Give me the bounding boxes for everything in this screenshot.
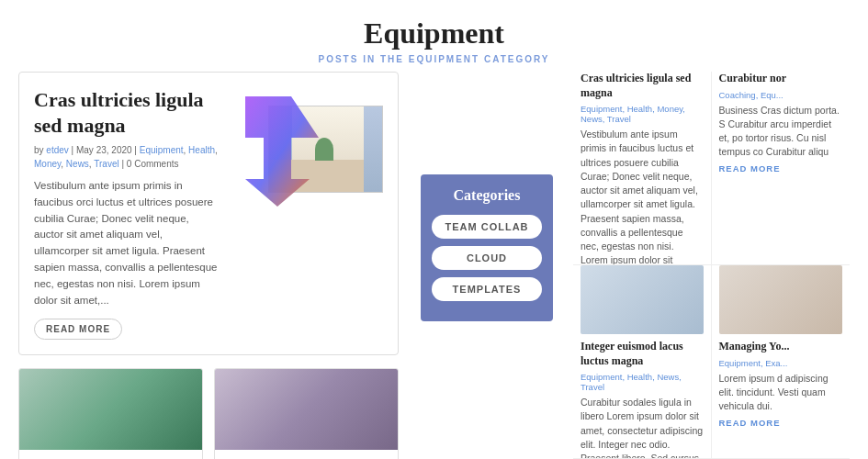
right-post-2: Curabitur nor Coaching, Equ... Business … xyxy=(712,72,851,265)
right-post-3-image xyxy=(581,265,704,334)
small-post-2-image xyxy=(215,369,398,450)
categories-box: Categories TEAM COLLAB CLOUD TEMPLATES xyxy=(421,174,553,321)
right-post-1-title: Cras ultricies ligula sed magna xyxy=(581,72,704,100)
categories-title: Categories xyxy=(432,187,542,204)
right-post-4-title: Managing Yo... xyxy=(719,340,843,354)
right-post-2-meta: Coaching, Equ... xyxy=(719,90,843,100)
right-post-3-title: Integer euismod lacus luctus magna xyxy=(581,340,704,368)
right-posts-grid: Cras ultricies ligula sed magna Equipmen… xyxy=(573,72,850,459)
small-post-2: Curabitur non nulla Coaching, Equipment,… xyxy=(214,368,399,460)
right-post-2-title: Curabitur nor xyxy=(719,72,843,86)
right-post-2-excerpt: Business Cras dictum porta. S Curabitur … xyxy=(719,104,843,160)
right-post-1: Cras ultricies ligula sed magna Equipmen… xyxy=(573,72,712,265)
tag-link-equipment[interactable]: Equipment xyxy=(140,145,184,155)
featured-post-meta: by etdev | May 23, 2020 | Equipment, Hea… xyxy=(34,143,219,171)
page-subtitle: POSTS IN THE EQUIPMENT CATEGORY xyxy=(0,54,868,64)
category-team-collab-button[interactable]: TEAM COLLAB xyxy=(432,215,542,239)
categories-column: Categories TEAM COLLAB CLOUD TEMPLATES xyxy=(413,72,560,459)
featured-post: Cras ultricies ligula sed magna by etdev… xyxy=(18,72,399,355)
small-post-1: Cras ultricies ligula sed magna Equipmen… xyxy=(18,368,203,460)
right-post-4-tags[interactable]: Equipment, Exa... xyxy=(719,358,788,368)
page-header: Equipment POSTS IN THE EQUIPMENT CATEGOR… xyxy=(0,0,868,72)
right-post-1-tags[interactable]: Equipment, Health, Money, News, Travel xyxy=(581,104,685,124)
right-post-3: Integer euismod lacus luctus magna Equip… xyxy=(573,265,712,459)
featured-post-text: Cras ultricies ligula sed magna by etdev… xyxy=(34,87,219,340)
left-column: Cras ultricies ligula sed magna by etdev… xyxy=(18,72,413,459)
tag-link-news[interactable]: News xyxy=(66,159,89,169)
right-post-3-excerpt: Curabitur sodales ligula in libero Lorem… xyxy=(581,396,704,459)
right-post-2-read-more[interactable]: READ MORE xyxy=(719,163,781,174)
featured-post-excerpt: Vestibulum ante ipsum primis in faucibus… xyxy=(34,178,219,309)
small-post-2-content: Curabitur non nulla Coaching, Equipment,… xyxy=(215,450,398,460)
page-title: Equipment xyxy=(0,17,868,50)
tag-link-money[interactable]: Money xyxy=(34,159,61,169)
content-area: Cras ultricies ligula sed magna by etdev… xyxy=(0,72,868,459)
right-post-4-read-more[interactable]: READ MORE xyxy=(719,418,781,428)
right-post-4-image xyxy=(719,265,843,334)
right-post-3-meta: Equipment, Health, News, Travel xyxy=(581,372,704,392)
right-post-3-tags[interactable]: Equipment, Health, News, Travel xyxy=(581,372,682,392)
right-post-1-meta: Equipment, Health, Money, News, Travel xyxy=(581,104,704,124)
featured-post-image xyxy=(231,87,383,340)
small-post-1-content: Cras ultricies ligula sed magna Equipmen… xyxy=(19,450,202,460)
tag-link-health[interactable]: Health xyxy=(188,145,215,155)
deco-arrow-icon xyxy=(231,87,328,216)
featured-post-title: Cras ultricies ligula sed magna xyxy=(34,87,219,138)
category-cloud-button[interactable]: CLOUD xyxy=(432,246,542,270)
category-templates-button[interactable]: TEMPLATES xyxy=(432,277,542,301)
right-post-4: Managing Yo... Equipment, Exa... Lorem i… xyxy=(712,265,851,459)
author-link[interactable]: etdev xyxy=(46,145,68,155)
tag-link-travel[interactable]: Travel xyxy=(94,159,118,169)
small-posts-row: Cras ultricies ligula sed magna Equipmen… xyxy=(18,368,399,460)
right-post-4-excerpt: Lorem ipsum d adipiscing elit. tincidunt… xyxy=(719,372,843,414)
right-column: Cras ultricies ligula sed magna Equipmen… xyxy=(560,72,850,459)
featured-read-more-button[interactable]: READ MORE xyxy=(34,319,122,340)
small-post-1-image xyxy=(19,369,202,450)
right-post-2-tags[interactable]: Coaching, Equ... xyxy=(719,90,783,100)
right-post-4-meta: Equipment, Exa... xyxy=(719,358,843,368)
page-wrapper: Equipment POSTS IN THE EQUIPMENT CATEGOR… xyxy=(0,0,868,459)
right-post-1-excerpt: Vestibulum ante ipsum primis in faucibus… xyxy=(581,128,704,265)
